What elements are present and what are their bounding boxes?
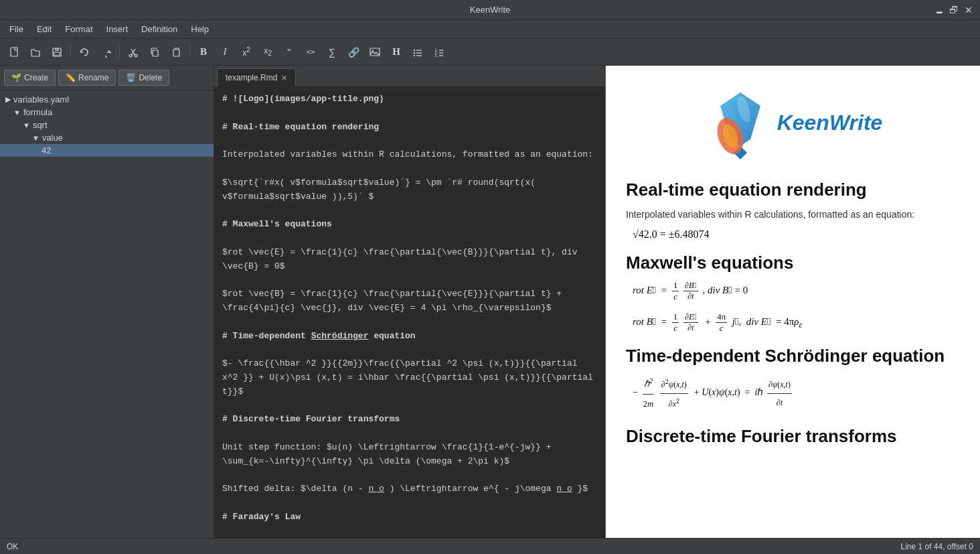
tree-item-formula[interactable]: ▼ formula [0,106,214,119]
image-button[interactable] [365,42,385,62]
svg-rect-3 [54,52,60,56]
window-controls: 🗕 🗗 ✕ [933,4,975,16]
svg-rect-2 [55,48,59,51]
toolbar-sep-3 [189,45,190,60]
status-bar: OK Line 1 of 44, offset 0 [0,538,980,554]
link-icon: 🔗 [348,47,359,58]
preview-heading-fourier: Discrete-time Fourier transforms [626,426,960,447]
window-title: KeenWrite [470,5,510,15]
toolbar-sep-1 [70,45,71,60]
ordered-list-icon: 1. 2. 3. [434,47,444,58]
status-left: OK [7,542,18,551]
cut-icon [128,47,139,58]
create-label: Create [24,73,48,82]
formula-icon: ∑ [329,47,335,58]
redo-icon [100,47,111,58]
sidebar: 🌱 Create ✏️ Rename 🗑️ Delete ▶ variables… [0,66,214,538]
delete-button[interactable]: 🗑️ Delete [118,70,169,86]
rename-label: Rename [78,73,108,82]
preview-math-maxwell2: rot B⃗ = 1 c ∂E⃗ ∂t + 4π c j⃗, div E⃗ = … [626,311,960,334]
tree-item-label: variables.yaml [13,94,69,105]
superscript-icon: x2 [242,46,250,58]
svg-rect-6 [153,50,158,56]
status-right: Line 1 of 44, offset 0 [900,542,973,551]
redo-button[interactable] [96,42,116,62]
rename-button[interactable]: ✏️ Rename [58,70,116,86]
preview-heading-maxwell: Maxwell's equations [626,253,960,273]
menu-format[interactable]: Format [58,21,99,37]
bold-icon: B [200,46,207,58]
undo-icon [79,47,90,58]
italic-icon: I [224,46,227,58]
logo-text: KeenWrite [777,111,883,135]
svg-point-10 [414,49,415,50]
toolbar-sep-2 [119,45,120,60]
svg-point-11 [414,52,415,53]
new-file-icon [9,47,19,58]
tree-item-label: value [42,133,63,143]
minimize-button[interactable]: 🗕 [933,4,945,16]
preview-heading-realtime: Real-time equation rendering [626,180,960,200]
editor-area: texample.Rmd ✕ # ![Logo](images/app-titl… [214,66,605,538]
unordered-list-button[interactable] [408,42,428,62]
tree-expand-icon: ▼ [32,134,39,142]
tab-close-button[interactable]: ✕ [281,74,287,82]
tab-label: texample.Rmd [226,73,277,82]
tree-item-label: 42 [42,145,51,155]
bold-button[interactable]: B [193,42,214,62]
tree-item-value[interactable]: ▼ value [0,131,214,144]
tree-expand-icon: ▼ [23,121,30,129]
menu-file[interactable]: File [3,21,30,37]
tree-file-icon: ▶ [5,95,11,104]
sidebar-tree: ▶ variables.yaml ▼ formula ▼ sqrt ▼ valu… [0,90,214,538]
preview-area: KeenWrite Real-time equation rendering I… [605,66,980,538]
undo-button[interactable] [74,42,94,62]
code-icon: <> [306,48,315,56]
copy-button[interactable] [145,42,165,62]
heading-button[interactable]: H [386,42,406,62]
create-button[interactable]: 🌱 Create [4,70,56,86]
tab-texample[interactable]: texample.Rmd ✕ [217,68,296,86]
title-bar: KeenWrite 🗕 🗗 ✕ [0,0,980,20]
superscript-button[interactable]: x2 [236,42,256,62]
save-file-button[interactable] [47,42,67,62]
code-editor[interactable]: # ![Logo](images/app-title.png) # Real-t… [214,87,605,538]
menu-edit[interactable]: Edit [30,21,58,37]
cut-button[interactable] [123,42,143,62]
ordered-list-button[interactable]: 1. 2. 3. [429,42,449,62]
tree-item-42[interactable]: 42 [0,144,214,157]
svg-rect-7 [173,50,179,56]
close-button[interactable]: ✕ [963,4,975,16]
rename-icon: ✏️ [66,73,76,82]
paste-button[interactable] [166,42,186,62]
preview-p-realtime: Interpolated variables within R calculat… [626,207,960,222]
menu-bar: File Edit Format Insert Definition Help [0,20,980,39]
italic-button[interactable]: I [215,42,235,62]
new-file-button[interactable] [4,42,24,62]
subscript-button[interactable]: x2 [258,42,278,62]
create-icon: 🌱 [11,73,21,82]
formula-button[interactable]: ∑ [322,42,342,62]
restore-button[interactable]: 🗗 [948,4,960,16]
tree-item-label: formula [23,107,52,117]
paste-icon [171,47,181,58]
svg-rect-0 [11,48,17,56]
delete-label: Delete [139,73,162,82]
preview-math-sqrt: √42.0 = ±6.48074 [626,228,960,240]
unordered-list-icon [412,47,423,58]
tree-item-variables-yaml[interactable]: ▶ variables.yaml [0,93,214,106]
menu-definition[interactable]: Definition [135,21,184,37]
save-file-icon [52,47,62,58]
code-button[interactable]: <> [301,42,321,62]
blockquote-button[interactable]: " [279,42,299,62]
sidebar-actions: 🌱 Create ✏️ Rename 🗑️ Delete [0,66,214,90]
keenwrite-logo-svg [704,86,777,159]
tree-expand-icon: ▼ [13,109,21,117]
tree-item-sqrt[interactable]: ▼ sqrt [0,119,214,131]
open-file-button[interactable] [25,42,46,62]
link-button[interactable]: 🔗 [343,42,363,62]
copy-icon [149,47,160,58]
menu-help[interactable]: Help [184,21,216,37]
menu-insert[interactable]: Insert [100,21,135,37]
tree-item-label: sqrt [33,120,48,130]
